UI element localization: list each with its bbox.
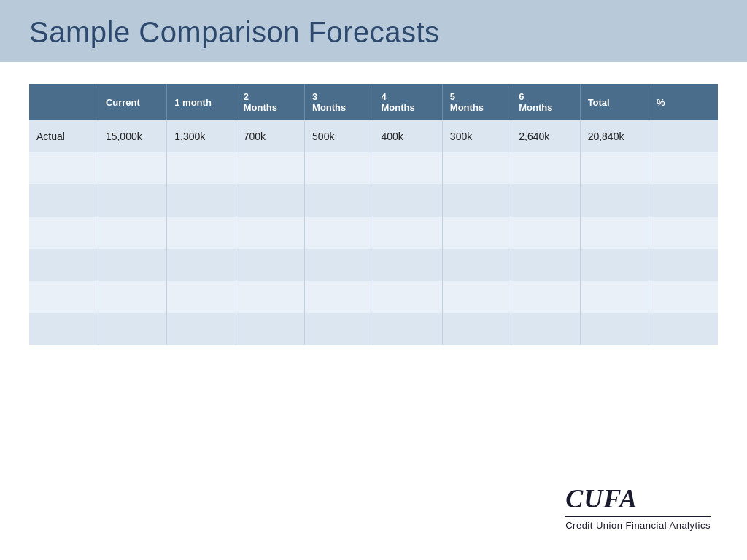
cell-pct (649, 120, 718, 152)
cell-total (580, 281, 649, 313)
page-title: Sample Comparison Forecasts (29, 16, 718, 49)
cell-3months (305, 217, 374, 249)
cell-1month (167, 249, 236, 281)
cell-3months (305, 281, 374, 313)
col-header-label (29, 84, 98, 120)
table-header-row: Current 1 month 2Months 3Months 4Months … (29, 84, 718, 120)
cell-1month (167, 281, 236, 313)
cell-total (580, 184, 649, 217)
cell-current (98, 313, 166, 345)
cell-2months (236, 281, 304, 313)
cell-1month (167, 217, 236, 249)
cell-current: 15,000k (98, 120, 166, 152)
cell-2months (236, 217, 304, 249)
cell-label (29, 217, 98, 249)
main-content: Current 1 month 2Months 3Months 4Months … (0, 62, 747, 359)
col-header-5months: 5Months (442, 84, 511, 120)
logo-subtitle-text: Credit Union Financial Analytics (565, 516, 711, 531)
cell-2months (236, 152, 304, 184)
cell-3months (305, 152, 374, 184)
logo-area: CUFA Credit Union Financial Analytics (565, 483, 711, 531)
cell-5months (442, 281, 511, 313)
cell-4months: 400k (374, 120, 442, 152)
table-row (29, 217, 718, 249)
cell-pct (649, 281, 718, 313)
col-header-2months: 2Months (236, 84, 304, 120)
cell-pct (649, 217, 718, 249)
cell-total: 20,840k (580, 120, 649, 152)
cell-6months (511, 281, 580, 313)
cell-1month (167, 313, 236, 345)
cell-2months (236, 313, 304, 345)
comparison-table: Current 1 month 2Months 3Months 4Months … (29, 84, 718, 345)
cell-4months (374, 152, 442, 184)
cell-5months (442, 313, 511, 345)
table-row (29, 313, 718, 345)
col-header-3months: 3Months (305, 84, 374, 120)
cell-2months (236, 184, 304, 217)
cell-current (98, 152, 166, 184)
cell-4months (374, 184, 442, 217)
cell-total (580, 313, 649, 345)
cell-pct (649, 184, 718, 217)
cell-label: Actual (29, 120, 98, 152)
col-header-total: Total (580, 84, 649, 120)
cell-5months (442, 152, 511, 184)
cell-6months: 2,640k (511, 120, 580, 152)
table-row (29, 184, 718, 217)
cell-current (98, 249, 166, 281)
cell-current (98, 184, 166, 217)
cell-current (98, 281, 166, 313)
cell-4months (374, 313, 442, 345)
table-row (29, 249, 718, 281)
cell-label (29, 249, 98, 281)
col-header-pct: % (649, 84, 718, 120)
header-banner: Sample Comparison Forecasts (0, 0, 747, 62)
cell-4months (374, 217, 442, 249)
logo-cufa-text: CUFA (565, 483, 711, 514)
cell-pct (649, 313, 718, 345)
table-row (29, 152, 718, 184)
col-header-1month: 1 month (167, 84, 236, 120)
cell-5months (442, 217, 511, 249)
cell-6months (511, 313, 580, 345)
cell-4months (374, 249, 442, 281)
cell-label (29, 184, 98, 217)
cell-6months (511, 217, 580, 249)
cell-5months (442, 249, 511, 281)
cell-total (580, 217, 649, 249)
col-header-4months: 4Months (374, 84, 442, 120)
cell-1month (167, 184, 236, 217)
col-header-current: Current (98, 84, 166, 120)
cell-6months (511, 184, 580, 217)
cell-3months: 500k (305, 120, 374, 152)
cell-6months (511, 249, 580, 281)
table-row: Actual15,000k1,300k700k500k400k300k2,640… (29, 120, 718, 152)
cell-6months (511, 152, 580, 184)
cell-3months (305, 184, 374, 217)
cell-pct (649, 152, 718, 184)
cell-1month: 1,300k (167, 120, 236, 152)
cell-label (29, 281, 98, 313)
col-header-6months: 6Months (511, 84, 580, 120)
cell-3months (305, 249, 374, 281)
cell-2months: 700k (236, 120, 304, 152)
cell-current (98, 217, 166, 249)
cell-total (580, 249, 649, 281)
cell-label (29, 313, 98, 345)
cell-4months (374, 281, 442, 313)
cell-3months (305, 313, 374, 345)
cell-pct (649, 249, 718, 281)
cell-5months: 300k (442, 120, 511, 152)
cell-total (580, 152, 649, 184)
cell-1month (167, 152, 236, 184)
table-row (29, 281, 718, 313)
cell-label (29, 152, 98, 184)
cell-5months (442, 184, 511, 217)
cell-2months (236, 249, 304, 281)
